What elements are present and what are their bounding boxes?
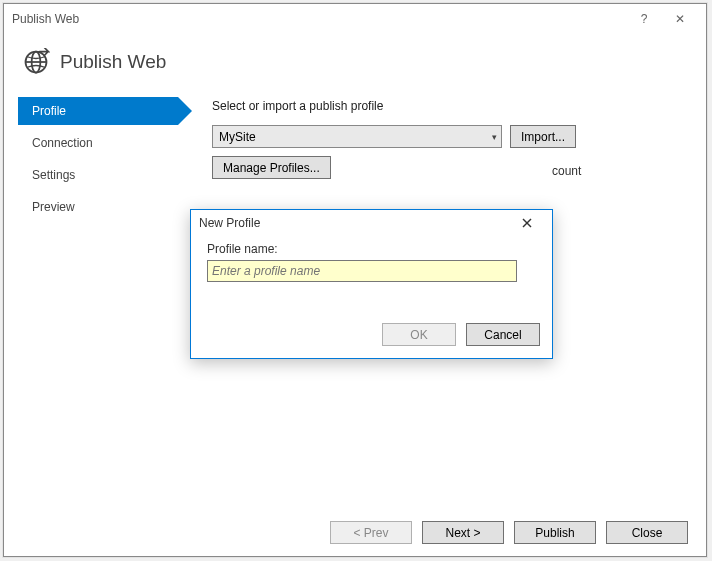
- main-area: Profile Connection Settings Preview Sele…: [4, 94, 706, 225]
- new-profile-dialog: New Profile Profile name: OK Cancel: [190, 209, 553, 359]
- content-pane: Select or import a publish profile MySit…: [178, 94, 706, 225]
- publish-button[interactable]: Publish: [514, 521, 596, 544]
- profile-dropdown[interactable]: MySite ▾: [212, 125, 502, 148]
- wizard-sidebar: Profile Connection Settings Preview: [18, 94, 178, 225]
- prev-button: < Prev: [330, 521, 412, 544]
- manage-profiles-button[interactable]: Manage Profiles...: [212, 156, 331, 179]
- close-button[interactable]: Close: [606, 521, 688, 544]
- window-close-button[interactable]: ✕: [662, 5, 698, 33]
- sidebar-item-connection[interactable]: Connection: [18, 129, 178, 157]
- cancel-button[interactable]: Cancel: [466, 323, 540, 346]
- account-hint-fragment: count: [552, 164, 581, 178]
- dialog-titlebar: New Profile: [191, 210, 552, 236]
- sidebar-item-preview[interactable]: Preview: [18, 193, 178, 221]
- dialog-close-button[interactable]: [510, 211, 544, 235]
- globe-publish-icon: [22, 48, 50, 76]
- sidebar-item-settings[interactable]: Settings: [18, 161, 178, 189]
- next-button[interactable]: Next >: [422, 521, 504, 544]
- dialog-footer: OK Cancel: [191, 315, 552, 358]
- import-button[interactable]: Import...: [510, 125, 576, 148]
- profile-name-input[interactable]: [207, 260, 517, 282]
- header-title: Publish Web: [60, 51, 166, 73]
- chevron-down-icon: ▾: [492, 132, 497, 142]
- header: Publish Web: [4, 34, 706, 94]
- section-label: Select or import a publish profile: [212, 99, 682, 113]
- help-button[interactable]: ?: [626, 5, 662, 33]
- close-icon: [522, 218, 532, 228]
- wizard-footer: < Prev Next > Publish Close: [4, 510, 706, 556]
- titlebar: Publish Web ? ✕: [4, 4, 706, 34]
- dialog-title: New Profile: [199, 216, 260, 230]
- profile-dropdown-value: MySite: [219, 130, 256, 144]
- publish-web-window: Publish Web ? ✕ Publish Web Profile Conn…: [3, 3, 707, 557]
- profile-name-label: Profile name:: [207, 242, 536, 256]
- ok-button: OK: [382, 323, 456, 346]
- sidebar-item-profile[interactable]: Profile: [18, 97, 178, 125]
- window-title: Publish Web: [12, 12, 79, 26]
- dialog-body: Profile name:: [191, 236, 552, 315]
